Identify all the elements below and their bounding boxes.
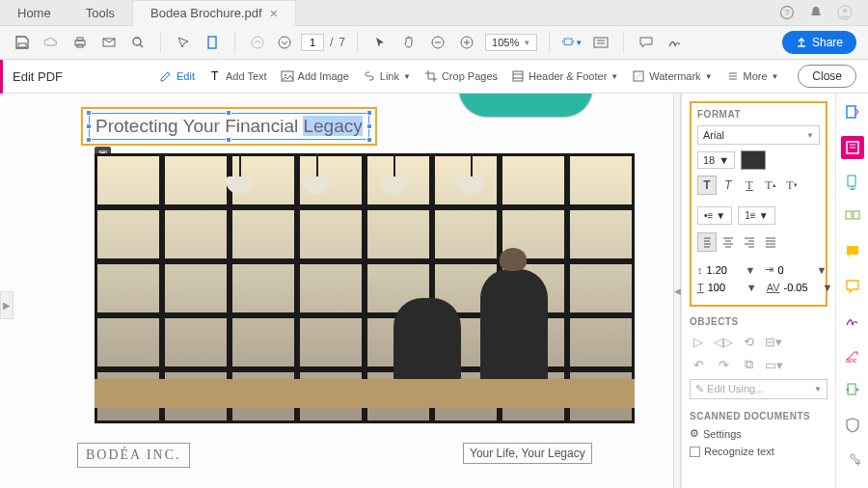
cloud-icon[interactable] xyxy=(41,32,62,53)
sign-icon[interactable] xyxy=(665,32,686,53)
sidebar-export-icon[interactable] xyxy=(841,171,864,194)
align-right-button[interactable] xyxy=(740,232,759,252)
tracking-icon: AV xyxy=(767,282,780,293)
search-icon[interactable] xyxy=(127,32,149,53)
sidebar-protect-icon[interactable] xyxy=(841,414,864,437)
zoom-in-icon[interactable] xyxy=(456,32,477,53)
more-tool[interactable]: More▼ xyxy=(726,69,779,83)
svg-point-9 xyxy=(133,38,141,45)
line-height-input[interactable] xyxy=(707,264,742,276)
svg-point-11 xyxy=(252,37,263,48)
save-icon[interactable] xyxy=(12,32,33,53)
page-down-icon[interactable] xyxy=(274,32,295,53)
sidebar-edit-icon[interactable] xyxy=(841,136,864,159)
zoom-select[interactable]: 105%▼ xyxy=(485,34,537,51)
arrange-icon[interactable]: ⊟▾ xyxy=(765,333,782,350)
hand-icon[interactable] xyxy=(398,32,420,53)
text-color-swatch[interactable] xyxy=(741,150,766,170)
edit-using-select[interactable]: ✎ Edit Using...▼ xyxy=(690,379,827,399)
decorative-shape xyxy=(458,94,593,118)
document-canvas[interactable]: ▶ Protecting Your Financial Legacy ▣ BOD… xyxy=(0,94,673,488)
sidebar-combine-icon[interactable] xyxy=(841,379,864,402)
tracking-input[interactable] xyxy=(783,282,818,293)
read-mode-icon[interactable] xyxy=(590,32,611,53)
sidebar-organize-icon[interactable] xyxy=(841,205,864,229)
fit-width-icon[interactable]: ▼ xyxy=(561,32,583,53)
indent-icon: ⇥ xyxy=(765,263,773,276)
subscript-button[interactable]: T▾ xyxy=(782,176,801,195)
line-height-icon: ↕ xyxy=(697,264,703,276)
hscale-input[interactable] xyxy=(708,282,743,293)
sidebar-redact-icon[interactable]: abc xyxy=(841,344,864,367)
bullet-list-button[interactable]: •≡ ▼ xyxy=(697,206,732,225)
watermark-tool[interactable]: Watermark▼ xyxy=(632,69,712,83)
share-button[interactable]: Share xyxy=(782,31,856,54)
svg-text:T: T xyxy=(211,69,219,83)
bold-button[interactable]: T xyxy=(697,176,717,195)
right-panel-collapse[interactable]: ◀ xyxy=(673,94,681,488)
mail-icon[interactable] xyxy=(98,32,120,53)
pointer-icon[interactable] xyxy=(369,32,391,53)
selection-tool-icon[interactable] xyxy=(173,32,194,53)
replace-icon[interactable]: ▭▾ xyxy=(765,356,782,373)
left-panel-expand[interactable]: ▶ xyxy=(0,291,14,319)
title-highlighted-word: Legacy xyxy=(303,116,362,136)
crop-tool[interactable]: Crop Pages xyxy=(424,69,498,83)
sidebar-more-tools-icon[interactable]: + xyxy=(841,448,864,472)
rotate-right-icon[interactable]: ↷ xyxy=(715,356,732,373)
account-icon[interactable] xyxy=(837,5,853,20)
tab-tools[interactable]: Tools xyxy=(68,0,132,26)
font-family-select[interactable]: Arial▼ xyxy=(697,125,820,145)
indent-input[interactable] xyxy=(777,264,812,276)
title-text: Protecting Your Financial xyxy=(95,116,303,136)
link-tool[interactable]: Link▼ xyxy=(363,69,411,83)
company-logo[interactable]: BODÉA INC. xyxy=(77,443,190,468)
selected-text-frame[interactable]: Protecting Your Financial Legacy xyxy=(89,113,369,140)
align-center-button[interactable] xyxy=(719,232,738,252)
svg-rect-26 xyxy=(854,211,859,219)
italic-button[interactable]: T xyxy=(719,176,738,195)
bell-icon[interactable] xyxy=(808,5,824,20)
flip-h-icon[interactable]: ▷ xyxy=(690,333,707,350)
close-tab-icon[interactable]: × xyxy=(270,6,278,21)
comment-icon[interactable] xyxy=(636,32,657,53)
sidebar-sign-icon[interactable] xyxy=(841,310,864,333)
rotate-left-icon[interactable]: ↶ xyxy=(690,356,707,373)
underline-button[interactable]: T xyxy=(740,176,759,195)
document-image[interactable] xyxy=(95,153,635,423)
text-selection-highlight: Protecting Your Financial Legacy xyxy=(81,107,377,146)
format-heading: FORMAT xyxy=(697,109,820,120)
zoom-out-icon[interactable] xyxy=(427,32,448,53)
svg-rect-4 xyxy=(18,43,26,47)
recognize-text-checkbox[interactable]: Recognize text xyxy=(690,446,827,457)
sidebar-note-icon[interactable] xyxy=(841,275,864,298)
print-icon[interactable] xyxy=(69,32,91,53)
settings-link[interactable]: ⚙ Settings xyxy=(690,427,827,440)
sidebar-create-icon[interactable] xyxy=(841,101,864,124)
page-current-input[interactable] xyxy=(301,34,324,51)
header-footer-tool[interactable]: Header & Footer▼ xyxy=(511,69,618,83)
add-text-tool[interactable]: TAdd Text xyxy=(208,69,267,83)
page-view-icon[interactable] xyxy=(202,32,223,53)
flip-v-icon[interactable]: ◁▷ xyxy=(715,333,732,350)
tagline-text[interactable]: Your Life, Your Legacy xyxy=(463,443,592,464)
rotate-ccw-icon[interactable]: ⟲ xyxy=(740,333,757,350)
page-up-icon[interactable] xyxy=(247,32,268,53)
sidebar-comment-icon[interactable] xyxy=(841,240,864,263)
tab-file[interactable]: Bodea Brochure.pdf × xyxy=(132,0,296,26)
align-justify-button[interactable] xyxy=(761,232,780,252)
crop-object-icon[interactable]: ⧉ xyxy=(740,356,757,373)
edit-tool[interactable]: Edit xyxy=(159,69,195,83)
svg-text:?: ? xyxy=(784,8,789,17)
align-left-button[interactable] xyxy=(697,232,717,252)
numbered-list-button[interactable]: 1≡ ▼ xyxy=(738,206,774,225)
font-size-select[interactable]: 18▼ xyxy=(697,151,735,169)
close-button[interactable]: Close xyxy=(798,65,856,88)
add-image-tool[interactable]: Add Image xyxy=(281,69,349,83)
help-icon[interactable]: ? xyxy=(779,5,795,20)
hscale-icon: T xyxy=(697,282,704,293)
svg-rect-27 xyxy=(847,246,858,255)
tab-home[interactable]: Home xyxy=(0,0,68,26)
superscript-button[interactable]: T▴ xyxy=(761,176,780,195)
svg-rect-29 xyxy=(848,384,855,394)
